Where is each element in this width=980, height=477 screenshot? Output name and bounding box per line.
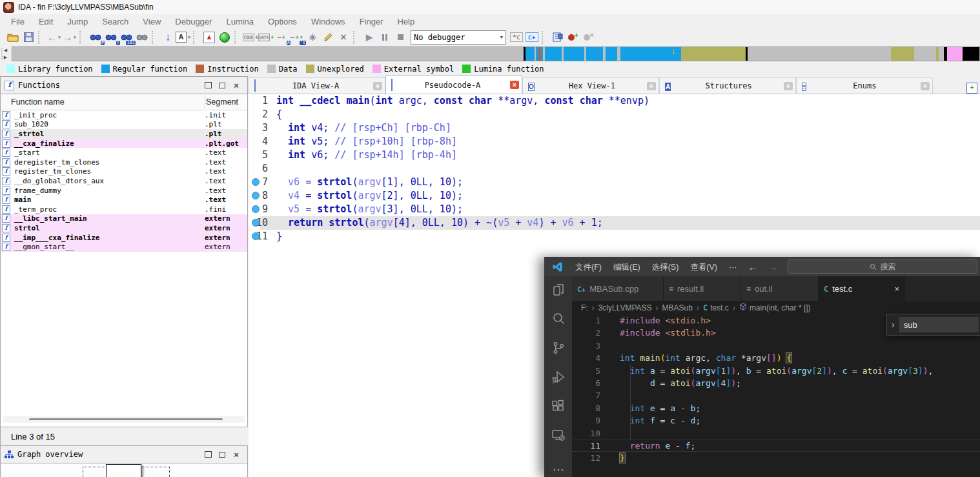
command-center-search[interactable]: 搜索 [788, 259, 977, 274]
graph-overview-titlebar[interactable]: Graph overview × [1, 446, 247, 463]
function-row[interactable]: f_start.text [1, 148, 247, 157]
menu-help[interactable]: Help [390, 15, 422, 28]
tab-structures[interactable]: AStructures× [659, 77, 796, 94]
explorer-icon[interactable] [550, 281, 567, 298]
run-debug-icon[interactable] [550, 369, 567, 385]
function-row[interactable]: f__cxa_finalize.plt.got [1, 139, 247, 148]
forward-icon[interactable]: →▼ [62, 30, 77, 45]
tab-out-ll[interactable]: ≡out.ll [741, 276, 819, 301]
function-row[interactable]: f__do_global_dtors_aux.text [1, 176, 247, 186]
more-icon[interactable] [550, 456, 567, 472]
maximize-button[interactable] [201, 449, 215, 460]
breadcrumb-item[interactable]: F: [581, 303, 588, 312]
source-control-icon[interactable] [550, 340, 567, 356]
code-line[interactable]: 12} [572, 452, 980, 464]
breakpoint-icon[interactable] [252, 219, 260, 227]
extensions-icon[interactable] [550, 398, 567, 414]
function-row[interactable]: fsub_1020.plt [1, 120, 247, 130]
functions-panel-titlebar[interactable]: f Functions × [1, 77, 247, 94]
function-row[interactable]: fderegister_tm_clones.text [1, 157, 247, 167]
maximize-button[interactable] [201, 80, 215, 90]
debug-pause-icon[interactable] [377, 30, 393, 45]
open-file-icon[interactable] [5, 30, 21, 45]
menu-view[interactable]: View [136, 15, 168, 28]
menu-search[interactable]: Search [95, 15, 136, 28]
create-struct-icon[interactable]: +'s▼ [289, 30, 305, 45]
jump-address-icon[interactable]: ↓ [160, 30, 176, 45]
pseudocode-line[interactable]: 5 int v6; // [rsp+14h] [rbp-4h] [249, 148, 980, 162]
menu-file[interactable]: File [4, 15, 32, 28]
tab-close-icon[interactable]: × [647, 82, 656, 90]
vscode-menu-item[interactable]: 查看(V) [684, 263, 723, 272]
function-row[interactable]: fframe_dummy.text [1, 186, 247, 196]
debug-run-icon[interactable]: ▶ [362, 30, 377, 45]
edit-function-icon[interactable] [320, 30, 336, 45]
pseudocode-line[interactable]: 7 v6 = strtol(argv[1], 0LL, 10); [249, 176, 980, 189]
tab-close-icon[interactable]: × [921, 82, 930, 90]
tab-hex-view-1[interactable]: OHex View-1× [522, 77, 659, 94]
restore-button[interactable] [215, 80, 229, 90]
tab-close-icon[interactable]: × [894, 284, 899, 294]
column-divider[interactable] [205, 96, 205, 108]
horizontal-scrollbar[interactable] [3, 416, 245, 423]
function-row[interactable]: fregister_tm_clones.text [1, 167, 247, 177]
tab-MBASub-cpp[interactable]: C+MBASub.cpp [572, 276, 664, 301]
code-line[interactable]: 10 [572, 427, 980, 440]
menu-options[interactable]: Options [261, 15, 304, 28]
nav-right-arrow[interactable]: ▶ [2, 54, 9, 61]
tab-result-ll[interactable]: ≡result.ll [664, 276, 741, 301]
scrollbar-thumb[interactable] [29, 418, 223, 420]
pseudocode-line[interactable]: 4 int v5; // [rsp+10h] [rbp-8h] [249, 135, 980, 148]
vscode-menu-item[interactable]: 编辑(E) [607, 263, 646, 272]
breakpoint-icon[interactable] [252, 178, 260, 186]
pseudocode-line[interactable]: 1int __cdecl main(int argc, const char *… [249, 94, 980, 108]
menu-jump[interactable]: Jump [60, 15, 95, 28]
menu-windows[interactable]: Windows [304, 15, 352, 28]
undefine-icon[interactable]: × [336, 30, 351, 45]
breakpoint-icon[interactable] [252, 205, 260, 213]
function-row[interactable]: f__gmon_start__extern [1, 242, 247, 252]
ascii-string-icon[interactable]: A▼ [176, 30, 191, 45]
tab-enums[interactable]: ≡Enums× [796, 77, 933, 94]
restore-button[interactable] [215, 449, 229, 460]
function-row[interactable]: f_term_proc.fini [1, 205, 247, 214]
search-immediate-icon[interactable]: # [88, 30, 103, 45]
vscode-menu-item[interactable]: 选择(S) [646, 263, 685, 272]
code-line[interactable]: 3 [572, 340, 980, 352]
search-binary-icon[interactable]: 101 [119, 30, 134, 45]
pseudocode-line[interactable]: 11} [249, 230, 980, 243]
create-data-icon[interactable]: DATA+ [258, 30, 274, 45]
tab-test-c[interactable]: Ctest.c× [819, 276, 905, 301]
tab-pseudocode-a[interactable]: Pseudocode-A× [385, 76, 522, 94]
search-icon[interactable] [550, 310, 567, 327]
breadcrumb-item[interactable]: main(int, char * []) [739, 303, 811, 312]
menu-lumina[interactable]: Lumina [219, 15, 261, 28]
debugger-continue-icon[interactable]: c▸ [524, 30, 540, 45]
search-text-icon[interactable]: T [103, 30, 119, 45]
code-line[interactable]: 5 int a = atoi(argv[1]), b = atoi(argv[2… [572, 365, 980, 377]
attach-process-icon[interactable]: *c [509, 30, 524, 45]
menu-debugger[interactable]: Debugger [168, 15, 219, 28]
problems-icon[interactable]: ▲ [201, 30, 217, 45]
code-line[interactable]: 8 int e = a - b; [572, 402, 980, 414]
debug-stop-icon[interactable] [393, 30, 408, 45]
pseudocode-line[interactable]: 2{ [249, 108, 980, 121]
create-string-icon[interactable]: +A [274, 30, 289, 45]
close-button[interactable]: × [229, 449, 243, 460]
pseudocode-line[interactable]: 3 int v4; // [rsp+Ch] [rbp-Ch] [249, 121, 980, 135]
lumina-icon[interactable] [217, 30, 232, 45]
pseudocode-line[interactable]: 6 [249, 162, 980, 176]
code-line[interactable]: 9 int f = c - d; [572, 414, 980, 427]
breadcrumb-item[interactable]: MBASub [662, 303, 693, 312]
del-breakpoint-icon[interactable]: × [581, 30, 597, 45]
breakpoint-icon[interactable] [252, 192, 260, 199]
function-row[interactable]: f__imp___cxa_finalizeextern [1, 233, 247, 243]
suggest-overlay-text[interactable]: sub [899, 317, 979, 332]
pseudocode-line[interactable]: 10 return strtol(argv[4], 0LL, 10) + ~(v… [249, 216, 980, 230]
column-segment[interactable]: Segment [206, 97, 247, 107]
vscode-editor[interactable]: 1#include <stdio.h>2#include <stdlib.h>3… [572, 314, 980, 477]
debug-windows-icon[interactable] [550, 30, 566, 45]
create-code-icon[interactable]: CODE+ [243, 30, 258, 45]
vscode-menu-item[interactable]: ··· [723, 263, 743, 272]
function-row[interactable]: fstrtolextern [1, 223, 247, 233]
